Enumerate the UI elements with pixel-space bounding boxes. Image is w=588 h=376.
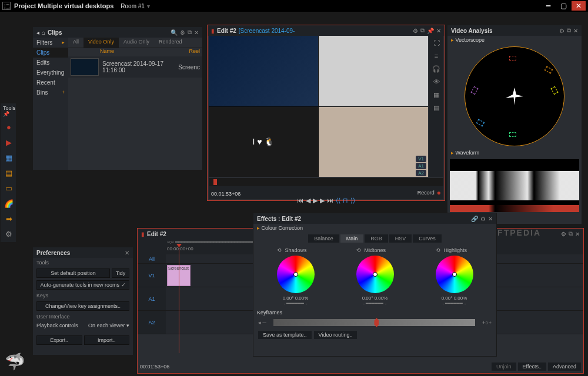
video-routing-button[interactable]: Video routing.. xyxy=(314,331,358,339)
scrub-bar[interactable] xyxy=(209,178,443,186)
layers-icon[interactable]: ▤ xyxy=(430,102,442,113)
stack-icon[interactable]: ≡ xyxy=(430,50,442,62)
home-icon[interactable]: ⌂ xyxy=(42,29,45,36)
advanced-button[interactable]: Advanced xyxy=(548,362,581,371)
playback-controls-dropdown[interactable]: On each viewer ▾ xyxy=(88,323,129,328)
tab-all[interactable]: All xyxy=(68,38,83,48)
import-button[interactable]: Import.. xyxy=(84,335,130,345)
sidebar-everything[interactable]: Everything xyxy=(33,68,68,78)
clip-row[interactable]: Screencast 2014-09-17 11:16:00 Screenc xyxy=(68,56,202,78)
kf-prev-icon[interactable]: ◂ ─ xyxy=(258,320,266,325)
playhead[interactable] xyxy=(179,247,179,353)
tab-video-only[interactable]: Video Only xyxy=(83,38,119,48)
step-back-button[interactable]: ◀ xyxy=(306,197,310,204)
close-icon[interactable]: ✕ xyxy=(125,250,129,256)
track-v1-label[interactable]: V1 xyxy=(416,156,426,162)
track-a2[interactable]: A2 xyxy=(138,311,166,334)
export-button[interactable]: Export.. xyxy=(36,335,82,345)
gear-icon[interactable]: ⚙ xyxy=(180,29,185,36)
tab-rgb[interactable]: RGB xyxy=(365,234,388,243)
minimize-button[interactable]: ━ xyxy=(541,1,555,11)
tool-color[interactable]: 🌈 xyxy=(2,196,16,210)
maximize-button[interactable]: ▢ xyxy=(556,1,570,11)
close-icon[interactable]: ✕ xyxy=(573,28,578,34)
close-icon[interactable]: ✕ xyxy=(436,28,441,34)
sidebar-filters[interactable]: Filters▸ xyxy=(33,38,68,48)
track-a1[interactable]: A1 xyxy=(138,287,166,310)
preview-viewport[interactable]: I ♥ 🐧 xyxy=(209,36,428,177)
tool-grid[interactable]: ▦ xyxy=(2,150,16,164)
detach-icon[interactable]: ⧉ xyxy=(420,27,425,34)
close-button[interactable]: ✕ xyxy=(572,1,586,11)
tidy-button[interactable]: Tidy xyxy=(112,268,129,278)
search-icon[interactable]: 🔍 xyxy=(171,29,178,36)
reset-icon[interactable]: ⟲ xyxy=(356,247,361,253)
auto-generate-checkbox[interactable]: Auto-generate tools in new rooms ✓ xyxy=(36,280,129,290)
room-selector[interactable]: Room #1 xyxy=(121,3,145,9)
sidebar-edits[interactable]: Edits xyxy=(33,58,68,68)
reset-icon[interactable]: ⟲ xyxy=(436,247,440,253)
tool-record[interactable]: ● xyxy=(2,120,16,134)
tab-rendered[interactable]: Rendered xyxy=(154,38,187,48)
back-icon[interactable]: ◂ xyxy=(36,29,39,36)
fullscreen-icon[interactable]: ⛶ xyxy=(430,37,442,49)
col-name[interactable]: Name xyxy=(100,48,189,56)
track-a1-label[interactable]: A1 xyxy=(416,163,426,169)
mark-out-button[interactable]: ⟩⟩ xyxy=(350,197,355,204)
colour-correction-label[interactable]: Colour Correction xyxy=(262,225,303,231)
unjoin-button[interactable]: Unjoin xyxy=(492,362,516,371)
gear-icon[interactable]: ⚙ xyxy=(413,28,418,34)
record-button[interactable]: ● xyxy=(437,189,441,197)
step-forward-button[interactable]: ▶ xyxy=(320,197,325,204)
track-all[interactable]: All xyxy=(138,254,166,263)
eye-icon[interactable]: 👁 xyxy=(430,76,442,88)
gear-icon[interactable]: ⚙ xyxy=(561,231,566,237)
midtones-wheel[interactable] xyxy=(356,256,394,293)
tool-settings[interactable]: ⚙ xyxy=(2,227,16,241)
reset-icon[interactable]: ⟲ xyxy=(277,247,282,253)
vectorscope-label[interactable]: Vectorscope xyxy=(456,37,485,43)
pin-icon[interactable]: 📌 xyxy=(427,28,434,34)
change-keys-button[interactable]: Change/View key assignments.. xyxy=(36,301,129,311)
kf-add-icon[interactable]: +○+ xyxy=(482,320,492,325)
headphones-icon[interactable]: 🎧 xyxy=(430,63,442,75)
effects-button[interactable]: Effects.. xyxy=(518,362,546,371)
sidebar-recent[interactable]: Recent xyxy=(33,78,68,88)
tool-calendar[interactable]: ▤ xyxy=(2,166,16,180)
waveform-label[interactable]: Waveform xyxy=(456,150,480,156)
scrub-marker[interactable] xyxy=(213,179,217,185)
mark-in-button[interactable]: ⟨⟨ xyxy=(336,197,340,204)
keyframe-marker[interactable] xyxy=(374,318,379,327)
track-v1[interactable]: V1 xyxy=(138,264,166,287)
detach-icon[interactable]: ⧉ xyxy=(567,27,571,34)
gear-icon[interactable]: ⚙ xyxy=(559,28,564,34)
close-icon[interactable]: ✕ xyxy=(194,29,199,36)
tab-hsv[interactable]: HSV xyxy=(389,234,412,243)
highlights-wheel[interactable] xyxy=(436,256,473,293)
track-a2-label[interactable]: A2 xyxy=(416,170,426,176)
col-reel[interactable]: Reel xyxy=(189,48,200,56)
detach-icon[interactable]: ⧉ xyxy=(188,29,192,36)
close-icon[interactable]: ✕ xyxy=(575,231,580,237)
shadows-wheel[interactable] xyxy=(277,256,315,293)
tab-curves[interactable]: Curves xyxy=(413,234,442,243)
tool-import[interactable]: ▶ xyxy=(2,135,16,149)
tool-monitor[interactable]: ▭ xyxy=(2,181,16,195)
goto-start-button[interactable]: ⏮ xyxy=(297,197,303,204)
link-icon[interactable]: 🔗 xyxy=(471,216,478,222)
save-template-button[interactable]: Save as template.. xyxy=(258,331,312,339)
tool-export[interactable]: ➡ xyxy=(2,212,16,226)
tab-balance[interactable]: Balance xyxy=(308,234,339,243)
tab-audio-only[interactable]: Audio Only xyxy=(119,38,154,48)
range-icon[interactable]: ⊓ xyxy=(343,197,348,204)
goto-end-button[interactable]: ⏭ xyxy=(327,197,333,204)
sidebar-bins[interactable]: Bins+ xyxy=(33,88,68,98)
pin-icon[interactable]: 📌 xyxy=(3,111,9,117)
gear-icon[interactable]: ⚙ xyxy=(480,216,486,222)
close-icon[interactable]: ✕ xyxy=(488,216,493,222)
grid-icon[interactable]: ▦ xyxy=(430,89,442,100)
detach-icon[interactable]: ⧉ xyxy=(569,230,573,237)
tab-main[interactable]: Main xyxy=(340,234,364,243)
sidebar-clips[interactable]: Clips xyxy=(33,48,68,58)
keyframes-bar[interactable] xyxy=(273,319,475,326)
